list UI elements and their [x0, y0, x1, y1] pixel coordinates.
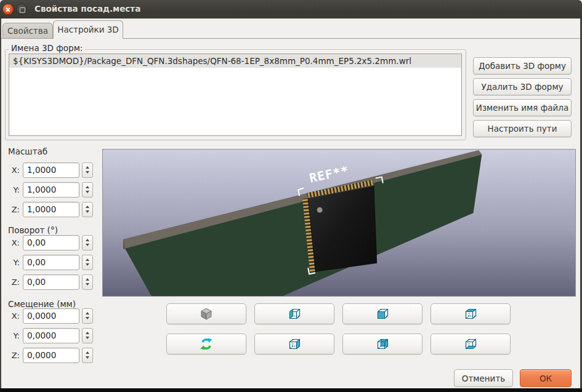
- configure-paths-button[interactable]: Настроить пути: [473, 120, 572, 137]
- close-icon[interactable]: [2, 4, 14, 15]
- rotation-z-row: Z:: [8, 274, 100, 290]
- scale-z-spinner[interactable]: [82, 202, 93, 217]
- shape-names-groupbox: ${KISYS3DMOD}/Package_DFN_QFN.3dshapes/Q…: [5, 49, 466, 140]
- spin-down-icon[interactable]: [86, 317, 89, 319]
- scale-z-input[interactable]: [23, 202, 79, 217]
- offset-z-label: Z:: [8, 351, 23, 360]
- isometric-view-button[interactable]: [166, 303, 246, 324]
- spin-up-icon[interactable]: [86, 332, 89, 334]
- spin-up-icon[interactable]: [86, 186, 89, 188]
- offset-z-row: Z:: [8, 347, 100, 363]
- front-view-cube-icon: [375, 306, 390, 321]
- top-view-button[interactable]: [430, 303, 511, 324]
- window-border-left: [0, 18, 1, 392]
- spin-up-icon[interactable]: [86, 258, 89, 261]
- tab-properties[interactable]: Свойства: [2, 23, 53, 38]
- spin-up-icon[interactable]: [86, 312, 89, 314]
- add-3d-shape-button[interactable]: Добавить 3D форму: [473, 57, 572, 74]
- offset-x-input[interactable]: [23, 308, 79, 324]
- scale-x-label: X:: [8, 166, 23, 175]
- rotation-y-row: Y:: [8, 254, 100, 270]
- rotation-x-label: X:: [8, 238, 23, 247]
- titlebar[interactable]: Свойства посад.места: [0, 0, 582, 18]
- offset-y-input[interactable]: [23, 328, 79, 343]
- scale-x-spinner[interactable]: [82, 162, 93, 178]
- left-view-button[interactable]: [254, 303, 334, 324]
- bottom-view-button[interactable]: [430, 334, 511, 354]
- rotation-x-row: X:: [8, 234, 100, 250]
- spin-up-icon[interactable]: [86, 206, 89, 208]
- offset-x-spinner[interactable]: [82, 308, 93, 324]
- scale-section-label: Масштаб: [8, 146, 47, 156]
- right-view-button[interactable]: [254, 334, 334, 354]
- shape-list-item-selected[interactable]: ${KISYS3DMOD}/Package_DFN_QFN.3dshapes/Q…: [9, 54, 461, 68]
- qfn-chip-body: [308, 186, 377, 272]
- rotation-section-label: Поворот (°): [8, 225, 58, 235]
- rotation-y-spinner[interactable]: [82, 255, 93, 270]
- rotation-z-input[interactable]: [23, 274, 79, 290]
- refresh-view-button[interactable]: [166, 334, 246, 354]
- spin-down-icon[interactable]: [86, 263, 89, 266]
- 3d-preview-viewport[interactable]: REF**: [102, 149, 576, 297]
- offset-z-spinner[interactable]: [82, 348, 93, 363]
- rotation-z-spinner[interactable]: [82, 274, 93, 290]
- shape-list[interactable]: ${KISYS3DMOD}/Package_DFN_QFN.3dshapes/Q…: [9, 54, 462, 136]
- bottom-view-cube-icon: [463, 337, 478, 351]
- spin-down-icon[interactable]: [86, 191, 89, 193]
- offset-x-label: X:: [8, 311, 23, 321]
- scale-z-row: Z:: [8, 201, 100, 217]
- maximize-icon[interactable]: [16, 4, 27, 15]
- offset-y-row: Y:: [8, 327, 100, 343]
- right-view-cube-icon: [287, 337, 302, 351]
- offset-z-input[interactable]: [23, 348, 79, 363]
- spin-down-icon[interactable]: [86, 356, 89, 359]
- scale-x-row: X:: [8, 162, 100, 178]
- spin-up-icon[interactable]: [86, 166, 89, 169]
- scale-y-input[interactable]: [23, 182, 79, 198]
- rotation-y-input[interactable]: [23, 255, 79, 270]
- ok-button[interactable]: ОК: [520, 369, 572, 387]
- top-view-cube-icon: [463, 306, 478, 321]
- left-view-cube-icon: [287, 306, 302, 321]
- refresh-icon: [199, 337, 214, 351]
- window-border-bottom: [0, 388, 582, 392]
- edit-filename-button[interactable]: Изменить имя файла: [473, 99, 572, 116]
- scale-x-input[interactable]: [23, 162, 79, 178]
- spin-up-icon[interactable]: [86, 278, 89, 281]
- scale-y-label: Y:: [8, 185, 23, 194]
- 3d-board-scene: REF**: [103, 150, 575, 296]
- spin-down-icon[interactable]: [86, 244, 89, 246]
- spin-down-icon[interactable]: [86, 210, 89, 213]
- front-view-button[interactable]: [342, 303, 422, 324]
- scale-y-row: Y:: [8, 182, 100, 198]
- rotation-y-label: Y:: [8, 258, 23, 267]
- isometric-cube-icon: [199, 306, 214, 321]
- spin-down-icon[interactable]: [86, 337, 89, 339]
- chip-pin1-marker: [317, 207, 323, 213]
- offset-y-label: Y:: [8, 331, 23, 340]
- remove-3d-shape-button[interactable]: Удалить 3D форму: [473, 78, 572, 95]
- spin-up-icon[interactable]: [86, 351, 89, 354]
- rotation-z-label: Z:: [8, 278, 23, 287]
- spin-up-icon[interactable]: [86, 239, 89, 241]
- offset-x-row: X:: [8, 308, 100, 324]
- back-view-button[interactable]: [342, 334, 422, 354]
- back-view-cube-icon: [375, 337, 390, 351]
- spin-down-icon[interactable]: [86, 283, 89, 286]
- rotation-x-input[interactable]: [23, 235, 79, 250]
- spin-down-icon[interactable]: [86, 171, 89, 174]
- window-title: Свойства посад.места: [34, 0, 140, 18]
- cancel-button[interactable]: Отменить: [454, 369, 513, 387]
- scale-z-label: Z:: [8, 205, 23, 214]
- offset-y-spinner[interactable]: [82, 328, 93, 343]
- scale-y-spinner[interactable]: [82, 182, 93, 198]
- shape-names-group-label: Имена 3D форм:: [9, 43, 85, 53]
- footprint-properties-dialog: Свойства посад.места Свойства Настройки …: [0, 0, 582, 392]
- rotation-x-spinner[interactable]: [82, 235, 93, 250]
- tab-3d-settings[interactable]: Настройки 3D: [53, 20, 123, 39]
